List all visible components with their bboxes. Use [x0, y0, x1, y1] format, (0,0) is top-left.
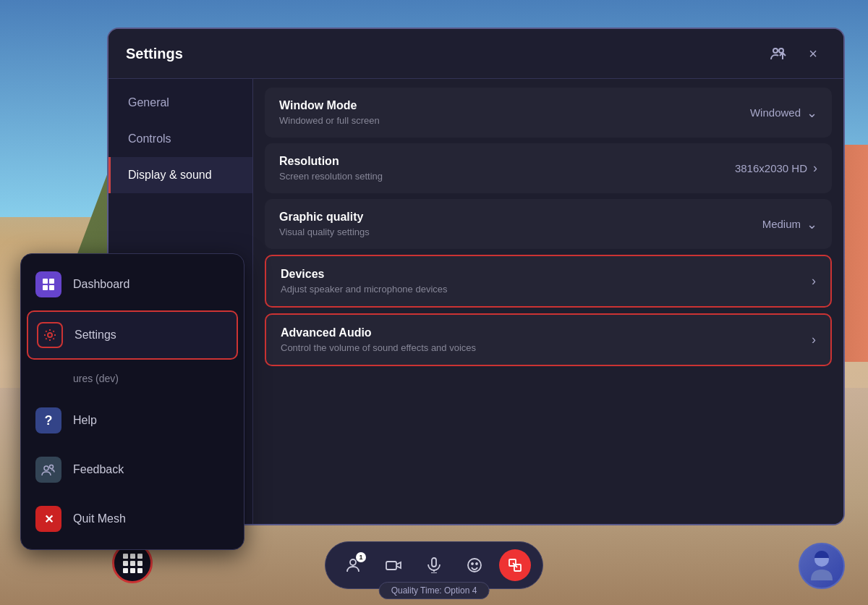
- settings-row-advanced-audio[interactable]: Advanced Audio Control the volume of sou…: [265, 313, 832, 366]
- devices-subtitle: Adjust speaker and microphone devices: [281, 284, 448, 295]
- svg-rect-11: [432, 558, 436, 567]
- camera-button[interactable]: [378, 549, 409, 581]
- grid-icon: [123, 554, 142, 573]
- devices-title: Devices: [281, 268, 448, 281]
- header-actions: ×: [765, 41, 826, 67]
- sidebar-item-general[interactable]: General: [109, 85, 252, 121]
- settings-row-window-mode[interactable]: Window Mode Windowed or full screen Wind…: [265, 88, 832, 138]
- graphic-quality-title: Graphic quality: [279, 211, 370, 224]
- row-left-graphic-quality: Graphic quality Visual quality settings: [279, 211, 370, 237]
- quit-icon: ✕: [35, 506, 61, 532]
- microphone-button[interactable]: [418, 549, 450, 581]
- popup-menu: Dashboard Settings ures (dev) ? Help F: [20, 253, 244, 550]
- feedback-icon: [35, 457, 61, 483]
- sidebar-label-general: General: [128, 96, 169, 109]
- settings-title: Settings: [126, 46, 183, 62]
- row-left-advanced-audio: Advanced Audio Control the volume of sou…: [281, 326, 476, 353]
- sidebar-label-controls: Controls: [128, 132, 171, 145]
- popup-features-label: ures (dev): [73, 373, 119, 384]
- dashboard-icon: [35, 271, 61, 297]
- svg-rect-4: [43, 285, 48, 290]
- close-button[interactable]: ×: [800, 41, 826, 67]
- sidebar-item-display-sound[interactable]: Display & sound: [109, 157, 252, 193]
- help-icon: ?: [35, 407, 61, 433]
- row-left-window-mode: Window Mode Windowed or full screen: [279, 99, 380, 126]
- person-count-button[interactable]: 1: [337, 549, 369, 581]
- row-right-window-mode: Windowed ⌄: [750, 105, 817, 121]
- svg-rect-10: [386, 562, 396, 570]
- svg-rect-5: [49, 285, 54, 290]
- popup-settings-label: Settings: [75, 329, 116, 342]
- svg-point-9: [350, 559, 356, 565]
- window-mode-subtitle: Windowed or full screen: [279, 115, 380, 126]
- svg-point-8: [50, 465, 54, 469]
- resolution-value: 3816x2030 HD: [735, 162, 807, 174]
- window-mode-value: Windowed: [750, 106, 801, 119]
- settings-content: Window Mode Windowed or full screen Wind…: [253, 79, 843, 524]
- window-mode-title: Window Mode: [279, 99, 380, 112]
- graphic-quality-dropdown-icon: ⌄: [807, 216, 817, 232]
- popup-dashboard-label: Dashboard: [73, 278, 129, 291]
- quality-badge-text: Quality Time: Option 4: [391, 585, 477, 596]
- resolution-subtitle: Screen resolution setting: [279, 171, 383, 182]
- settings-header: Settings ×: [109, 29, 843, 79]
- row-right-resolution: 3816x2030 HD ›: [735, 161, 817, 176]
- close-icon: ×: [809, 46, 817, 62]
- settings-icon: [37, 322, 63, 348]
- advanced-audio-title: Advanced Audio: [281, 326, 476, 339]
- advanced-audio-subtitle: Control the volume of sound effects and …: [281, 342, 476, 353]
- resolution-chevron-icon: ›: [813, 161, 817, 176]
- resolution-title: Resolution: [279, 155, 383, 168]
- svg-point-15: [472, 563, 473, 564]
- svg-point-0: [773, 48, 778, 53]
- popup-feedback-label: Feedback: [73, 463, 124, 476]
- graphic-quality-subtitle: Visual quality settings: [279, 227, 370, 237]
- popup-item-feedback[interactable]: Feedback: [21, 445, 244, 494]
- person-count-badge: 1: [356, 552, 366, 562]
- header-share-button[interactable]: [765, 41, 791, 67]
- sidebar-label-display-sound: Display & sound: [128, 169, 212, 182]
- advanced-audio-chevron-icon: ›: [812, 332, 816, 347]
- share-active-button[interactable]: [499, 549, 531, 581]
- row-left-resolution: Resolution Screen resolution setting: [279, 155, 383, 182]
- popup-quit-label: Quit Mesh: [73, 512, 126, 525]
- window-mode-dropdown-icon: ⌄: [807, 105, 817, 121]
- popup-help-label: Help: [73, 414, 97, 427]
- settings-row-graphic-quality[interactable]: Graphic quality Visual quality settings …: [265, 199, 832, 249]
- popup-item-help[interactable]: ? Help: [21, 396, 244, 445]
- row-left-devices: Devices Adjust speaker and microphone de…: [281, 268, 448, 295]
- row-right-graphic-quality: Medium ⌄: [762, 216, 817, 232]
- devices-chevron-icon: ›: [812, 274, 816, 289]
- popup-item-settings[interactable]: Settings: [27, 310, 238, 360]
- svg-point-16: [476, 563, 477, 564]
- svg-point-7: [44, 466, 48, 470]
- settings-row-devices[interactable]: Devices Adjust speaker and microphone de…: [265, 255, 832, 308]
- row-right-devices: ›: [812, 274, 816, 289]
- popup-item-features-dev[interactable]: ures (dev): [21, 361, 244, 396]
- user-avatar[interactable]: [799, 543, 845, 589]
- sidebar-item-controls[interactable]: Controls: [109, 121, 252, 157]
- svg-point-6: [48, 333, 52, 337]
- svg-rect-3: [49, 279, 54, 284]
- quality-badge: Quality Time: Option 4: [379, 582, 490, 599]
- graphic-quality-value: Medium: [762, 218, 801, 230]
- settings-row-resolution[interactable]: Resolution Screen resolution setting 381…: [265, 143, 832, 193]
- row-right-advanced-audio: ›: [812, 332, 816, 347]
- popup-item-dashboard[interactable]: Dashboard: [21, 260, 244, 309]
- popup-item-quit[interactable]: ✕ Quit Mesh: [21, 494, 244, 543]
- emoji-button[interactable]: [459, 549, 490, 581]
- svg-rect-2: [43, 279, 48, 284]
